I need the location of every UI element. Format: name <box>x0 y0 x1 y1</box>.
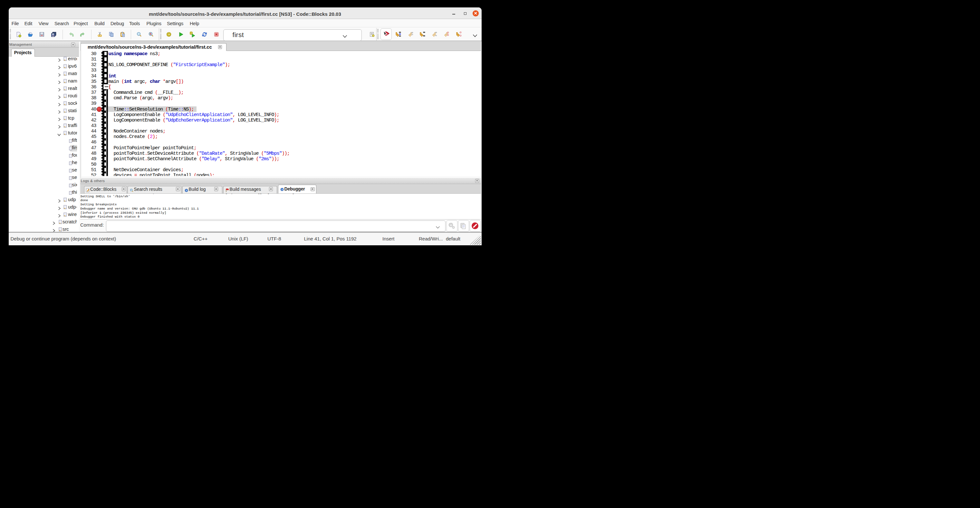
svg-text:R: R <box>150 33 152 35</box>
